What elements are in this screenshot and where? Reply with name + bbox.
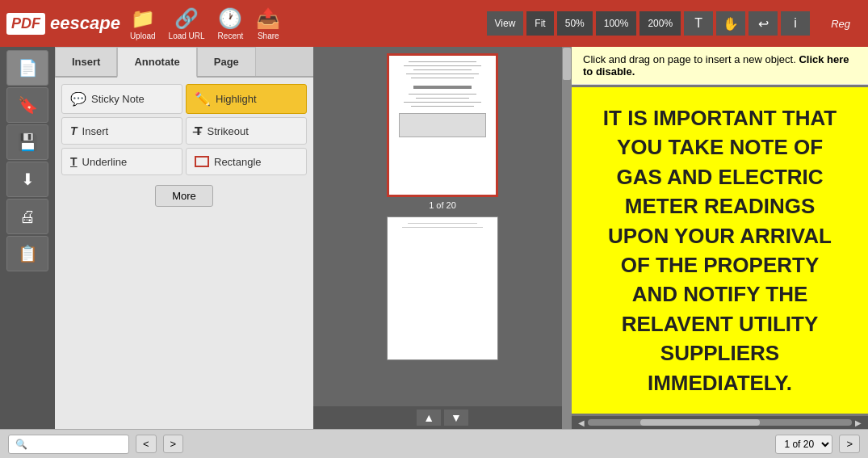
loadurl-label: Load URL	[169, 32, 205, 40]
rectangle-icon	[195, 156, 209, 167]
underline-label: Underline	[82, 156, 128, 168]
sticky-note-icon: 💬	[70, 91, 86, 107]
logo-icon: PDF	[6, 13, 45, 35]
thumbnail-label: 1 of 20	[429, 200, 456, 210]
undo-button[interactable]: ↩	[748, 11, 778, 36]
sidebar-pages-button[interactable]: 📄	[6, 50, 48, 86]
scroll-right-arrow[interactable]: ▶	[852, 418, 865, 427]
register-button[interactable]: Reg	[820, 0, 862, 47]
thumbnail-scrollbar[interactable]	[562, 47, 572, 429]
scroll-track	[588, 419, 852, 426]
scroll-thumb[interactable]	[640, 419, 759, 426]
horizontal-scrollbar[interactable]: ◀ ▶	[572, 416, 868, 429]
strikeout-tool[interactable]: T̶ Strikeout	[186, 117, 307, 145]
bottom-bar: < > 1 of 20 >	[0, 429, 868, 458]
scroll-down-button[interactable]: ▼	[444, 410, 468, 426]
zoom-50-button[interactable]: 50%	[557, 11, 593, 36]
loadurl-icon: 🔗	[174, 7, 199, 30]
next-page-button[interactable]: >	[163, 435, 184, 453]
zoom-200-button[interactable]: 200%	[639, 11, 681, 36]
highlight-tool[interactable]: ✏️ Highlight	[186, 84, 307, 114]
scroll-up-button[interactable]: ▲	[417, 410, 441, 426]
upload-button[interactable]: 📁 Upload	[130, 7, 156, 40]
share-button[interactable]: 📤 Share	[256, 7, 280, 40]
tab-insert[interactable]: Insert	[55, 47, 117, 76]
notification-text: Click and drag on page to insert a new o…	[583, 53, 796, 65]
search-input[interactable]	[8, 435, 129, 454]
tool-grid: 💬 Sticky Note ✏️ Highlight T Insert T̶ S…	[55, 78, 313, 182]
strikeout-icon: T̶	[195, 124, 203, 137]
thumbnail-image	[387, 53, 498, 197]
zoom-100-button[interactable]: 100%	[596, 11, 637, 36]
scroll-left-arrow[interactable]: ◀	[575, 418, 588, 427]
recent-label: Recent	[218, 32, 244, 40]
notification-bar: Click and drag on page to insert a new o…	[572, 47, 868, 85]
page-canvas: IT IS IMPORTANT THAT YOU TAKE NOTE OF GA…	[572, 85, 868, 416]
sticky-note-tool[interactable]: 💬 Sticky Note	[61, 84, 182, 114]
zoom-fit-button[interactable]: Fit	[526, 11, 553, 36]
sticky-note-label: Sticky Note	[91, 93, 145, 105]
scrollbar-thumb[interactable]	[563, 48, 571, 80]
tab-annotate[interactable]: Annotate	[117, 47, 196, 78]
logo: PDF eescape	[6, 13, 120, 35]
thumbnail-image-2	[387, 216, 498, 360]
insert-tool[interactable]: T Insert	[61, 117, 182, 145]
thumbnail-panel: 1 of 20 ▲ ▼	[313, 47, 572, 429]
page-select[interactable]: 1 of 20	[775, 435, 832, 454]
info-button[interactable]: i	[781, 11, 810, 36]
sidebar-extra-button[interactable]: 📋	[6, 236, 48, 271]
rectangle-tool[interactable]: Rectangle	[186, 148, 307, 175]
annotate-panel: Insert Annotate Page 💬 Sticky Note ✏️ Hi…	[55, 47, 313, 429]
prev-page-button[interactable]: <	[136, 435, 157, 453]
tab-bar: Insert Annotate Page	[55, 47, 313, 78]
insert-icon: T	[70, 124, 78, 137]
rectangle-label: Rectangle	[214, 156, 262, 168]
more-button[interactable]: More	[155, 185, 213, 207]
toolbar-icons: 📁 Upload 🔗 Load URL 🕐 Recent 📤 Share	[130, 7, 477, 40]
top-right-controls: View Fit 50% 100% 200% T ✋ ↩ i	[487, 11, 811, 36]
recent-icon: 🕐	[218, 7, 242, 30]
recent-button[interactable]: 🕐 Recent	[218, 7, 244, 40]
more-btn-container: More	[55, 182, 313, 213]
scroll-arrows: ▲ ▼	[313, 406, 572, 429]
highlighted-text-block: IT IS IMPORTANT THAT YOU TAKE NOTE OF GA…	[572, 87, 868, 414]
tab-page[interactable]: Page	[197, 47, 256, 76]
sidebar-print-button[interactable]: 🖨	[6, 199, 48, 234]
insert-label: Insert	[82, 125, 109, 137]
highlight-label: Highlight	[216, 93, 257, 105]
content-area: Click and drag on page to insert a new o…	[572, 47, 868, 429]
thumbnail-item-2[interactable]	[387, 216, 498, 360]
upload-label: Upload	[130, 32, 156, 40]
strikeout-label: Strikeout	[208, 125, 249, 137]
page-next-button[interactable]: >	[839, 435, 860, 453]
thumbnail-scroll[interactable]: 1 of 20	[313, 47, 572, 406]
cursor-tool-button[interactable]: ✋	[716, 11, 745, 36]
view-button[interactable]: View	[487, 11, 524, 36]
sidebar-bookmark-button[interactable]: 🔖	[6, 87, 48, 123]
loadurl-button[interactable]: 🔗 Load URL	[169, 7, 205, 40]
left-sidebar: 📄 🔖 💾 ⬇ 🖨 📋	[0, 47, 55, 429]
text-tool-button[interactable]: T	[684, 11, 713, 36]
logo-text: eescape	[50, 13, 120, 34]
thumbnail-item-1[interactable]: 1 of 20	[387, 53, 498, 210]
sidebar-save-button[interactable]: 💾	[6, 124, 48, 160]
upload-icon: 📁	[131, 7, 155, 30]
underline-icon: T	[70, 155, 78, 168]
sidebar-download-button[interactable]: ⬇	[6, 162, 48, 197]
share-icon: 📤	[256, 7, 280, 30]
underline-tool[interactable]: T Underline	[61, 148, 182, 175]
highlight-icon: ✏️	[195, 91, 211, 107]
share-label: Share	[258, 32, 279, 40]
